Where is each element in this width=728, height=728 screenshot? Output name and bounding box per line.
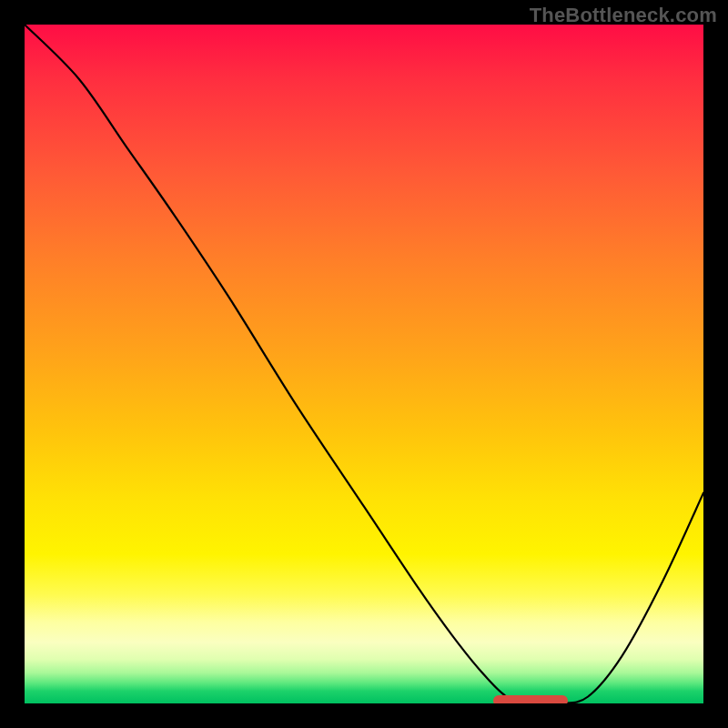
optimal-marker-bar <box>493 695 568 703</box>
attribution-watermark: TheBottleneck.com <box>530 4 717 27</box>
bottleneck-curve <box>25 25 703 703</box>
plot-area <box>25 25 703 703</box>
chart-container: TheBottleneck.com <box>0 0 728 728</box>
